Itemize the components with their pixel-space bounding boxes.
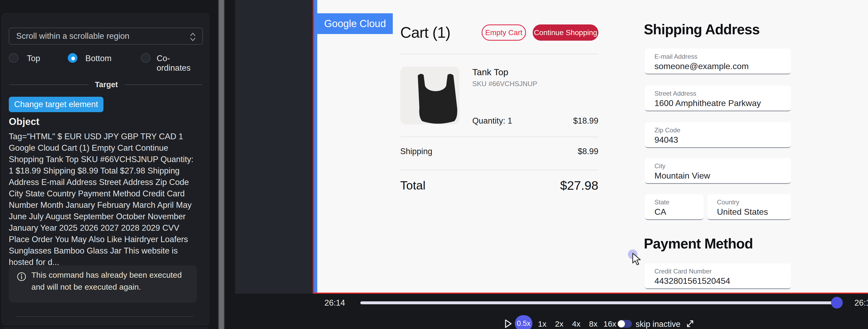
shipping-label: Shipping (400, 147, 432, 156)
street-field-value: 1600 Amphitheatre Parkway (654, 98, 761, 108)
radio-top-label: Top (27, 54, 40, 63)
play-icon[interactable] (503, 318, 513, 329)
scroll-position-radio-group: Top Bottom Co-ordinates (9, 53, 203, 64)
shipping-value: $8.99 (578, 147, 598, 156)
product-quantity: Quantity: 1 (472, 116, 512, 126)
target-divider-left (9, 85, 89, 85)
sidebar-bottom-divider (15, 316, 193, 317)
current-time: 26:14 (324, 298, 345, 308)
speed-2x-button[interactable]: 2x (555, 320, 563, 328)
element-highlight-border-left (313, 0, 314, 294)
cart-title: Cart (1) (400, 23, 451, 41)
speed-1x-button[interactable]: 1x (538, 320, 547, 328)
fullscreen-icon[interactable] (685, 318, 695, 329)
total-label: Total (400, 178, 426, 192)
replay-stage-background (235, 0, 313, 294)
mouse-cursor-icon (631, 253, 643, 265)
tank-top-illustration (400, 66, 460, 124)
total-value: $27.98 (560, 178, 598, 193)
info-icon (17, 272, 26, 282)
state-field[interactable]: State CA (645, 194, 703, 220)
shipping-address-heading: Shipping Address (644, 21, 760, 37)
country-field[interactable]: Country United States (707, 194, 791, 220)
country-field-label: Country (717, 199, 739, 206)
city-field[interactable]: City Mountain View (645, 158, 791, 184)
radio-bottom[interactable] (68, 53, 78, 63)
command-type-selected-value: Scroll within a scrollable region (16, 31, 129, 41)
radio-coordinates[interactable] (141, 53, 151, 63)
continue-shopping-button[interactable]: Continue Shopping (533, 25, 598, 41)
credit-card-field-value: 4432801561520454 (654, 276, 730, 286)
executed-notice: This command has already been executed a… (9, 265, 197, 303)
cart-divider-middle (400, 137, 598, 137)
speed-4x-button[interactable]: 4x (572, 320, 581, 328)
city-field-label: City (654, 162, 665, 170)
cart-divider-total (400, 170, 598, 170)
email-field[interactable]: E-mail Address someone@example.com (645, 48, 791, 74)
next-command-panel-edge (2, 327, 209, 329)
street-field-label: Street Address (654, 90, 696, 97)
state-field-value: CA (654, 207, 666, 217)
product-sku: SKU #66VCHSJNUP (472, 80, 537, 88)
radio-coordinates-label: Co-ordinates (157, 54, 203, 73)
toggle-knob (618, 320, 625, 327)
command-type-select[interactable]: Scroll within a scrollable region (9, 28, 203, 45)
product-image-tank-top (400, 66, 460, 124)
radio-bottom-label: Bottom (85, 54, 112, 63)
state-field-label: State (654, 199, 669, 206)
zip-field-label: Zip Code (654, 127, 680, 134)
zip-field-value: 94043 (654, 135, 678, 145)
target-section-label: Target (90, 80, 122, 89)
email-field-value: someone@example.com (654, 61, 749, 71)
city-field-value: Mountain View (654, 171, 710, 181)
country-field-value: United States (717, 207, 768, 217)
target-divider-right (125, 85, 203, 85)
email-field-label: E-mail Address (654, 53, 697, 60)
radio-top[interactable] (9, 53, 18, 63)
skip-inactive-toggle[interactable] (618, 320, 632, 328)
timeline-track[interactable] (360, 301, 840, 304)
object-description: Tag="HTML" $ EUR USD JPY GBP TRY CAD 1 G… (9, 131, 198, 268)
element-name-badge: Google Cloud (317, 13, 393, 34)
zip-field[interactable]: Zip Code 94043 (645, 122, 791, 148)
change-target-button[interactable]: Change target element (9, 97, 103, 112)
empty-cart-button[interactable]: Empty Cart (482, 25, 526, 41)
timeline-thumb[interactable] (831, 297, 843, 308)
speed-8x-button[interactable]: 8x (589, 320, 597, 328)
executed-notice-text: This command has already been executed a… (31, 269, 188, 293)
speed-0-5x-button[interactable]: 0.5x (515, 315, 532, 329)
object-heading: Object (9, 116, 39, 127)
credit-card-field-label: Credit Card Number (654, 268, 712, 275)
skip-inactive-label: skip inactive (636, 320, 681, 329)
cart-divider-top (400, 54, 598, 54)
end-time: 26:1 (855, 298, 868, 308)
app-window: Scroll within a scrollable region Top Bo… (0, 0, 868, 329)
speed-16x-button[interactable]: 16x (603, 320, 616, 328)
product-name: Tank Top (472, 67, 508, 77)
sidebar-scrollbar[interactable] (218, 0, 225, 329)
element-highlight-blue-edge (314, 0, 317, 293)
select-chevrons-icon (189, 32, 196, 42)
credit-card-field[interactable]: Credit Card Number 4432801561520454 (645, 263, 791, 289)
product-price: $18.99 (573, 116, 598, 126)
street-field[interactable]: Street Address 1600 Amphitheatre Parkway (645, 86, 791, 111)
payment-method-heading: Payment Method (644, 235, 753, 252)
